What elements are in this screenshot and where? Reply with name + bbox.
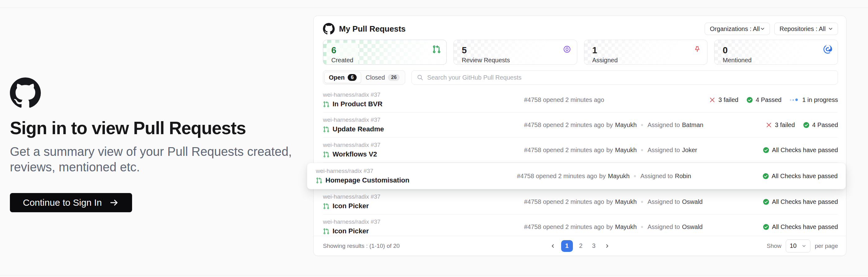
pr-row[interactable]: wei-harness/radix #37 In Product BVR #47… xyxy=(323,87,838,112)
pr-title: Update Readme xyxy=(333,125,384,133)
pr-list: wei-harness/radix #37 In Product BVR #47… xyxy=(314,87,846,239)
pull-request-icon xyxy=(323,101,330,108)
page-button-2[interactable]: 2 xyxy=(576,241,586,252)
page-button-3[interactable]: 3 xyxy=(589,241,599,252)
per-page-control: Show 10 per page xyxy=(767,240,838,252)
pr-checks: All Checks have passed xyxy=(763,198,838,205)
top-hairline xyxy=(0,7,868,8)
pr-repo-label: wei-harness/radix #37 xyxy=(316,168,517,174)
page-button-1[interactable]: 1 xyxy=(561,240,573,252)
pr-opened-text: #4758 opened 2 minutes ago xyxy=(524,223,604,230)
pr-summary: wei-harness/radix #37 In Product BVR xyxy=(323,91,524,108)
pr-assignee: Oswald xyxy=(682,223,703,230)
pr-by-label: by xyxy=(606,146,613,154)
meta-dot xyxy=(641,201,643,203)
tab-open[interactable]: Open 6 xyxy=(324,72,361,83)
github-logo-icon xyxy=(323,23,335,35)
pr-title: Icon Picker xyxy=(333,202,369,210)
pr-row[interactable]: wei-harness/radix #37 Update Readme #475… xyxy=(323,112,838,138)
pagination: 1 2 3 xyxy=(548,240,613,252)
created-label: Created xyxy=(331,57,353,64)
pr-checks: 3 failed4 Passed xyxy=(766,121,838,129)
stat-card-created[interactable]: 6 Created xyxy=(323,40,447,65)
show-label: Show xyxy=(767,243,781,249)
pr-row[interactable]: wei-harness/radix #37 Workflows V2 #4758… xyxy=(323,138,838,163)
review-requests-count: 5 xyxy=(462,45,510,55)
pr-author: Mayukh xyxy=(615,121,637,129)
pr-title: Homepage Customisation xyxy=(326,176,409,184)
closed-count-badge: 26 xyxy=(388,74,400,81)
pr-assignee: Robin xyxy=(675,173,691,180)
arrow-right-icon xyxy=(109,198,119,207)
state-tabs: Open 6 Closed 26 xyxy=(323,70,405,85)
tab-closed[interactable]: Closed 26 xyxy=(362,72,404,83)
pr-by-label: by xyxy=(606,121,613,129)
per-page-select[interactable]: 10 xyxy=(786,240,810,252)
pr-meta: #4758 opened 2 minutes ago by Mayukh Ass… xyxy=(517,173,763,180)
github-logo-icon xyxy=(10,78,41,108)
tab-open-label: Open xyxy=(329,74,345,81)
pr-title: Workflows V2 xyxy=(333,150,377,158)
meta-dot xyxy=(634,175,636,177)
meta-dot xyxy=(641,226,643,228)
check-passed: 4 Passed xyxy=(803,121,838,129)
pr-assigned-label: Assigned to xyxy=(647,223,680,230)
assigned-count: 1 xyxy=(592,45,618,55)
panel-header: My Pull Requests Organizations : All Rep… xyxy=(314,16,846,35)
check-all-passed: All Checks have passed xyxy=(763,173,838,180)
check-all-passed: All Checks have passed xyxy=(763,198,838,205)
pr-repo-label: wei-harness/radix #37 xyxy=(323,116,524,123)
stat-card-mentioned[interactable]: 0 Mentioned xyxy=(714,40,838,65)
signin-section: Sign in to view Pull Requests Get a summ… xyxy=(10,78,319,212)
pr-author: Mayukh xyxy=(615,146,637,154)
panel-footer: Showing results : (1-10) of 20 1 2 3 Sho… xyxy=(314,236,846,256)
stat-card-assigned[interactable]: 1 Assigned xyxy=(584,40,708,65)
pull-request-icon xyxy=(323,151,330,158)
continue-signin-button[interactable]: Continue to Sign In xyxy=(10,193,132,212)
next-page-button[interactable] xyxy=(602,241,613,251)
pull-request-icon xyxy=(432,45,441,54)
per-page-suffix: per page xyxy=(815,243,838,249)
pr-summary: wei-harness/radix #37 Homepage Customisa… xyxy=(316,168,517,184)
continue-signin-label: Continue to Sign In xyxy=(23,197,102,208)
check-in-progress: 1 in progress xyxy=(789,96,838,104)
mentioned-count: 0 xyxy=(723,45,751,55)
pull-request-icon xyxy=(323,126,330,133)
meta-dot xyxy=(641,149,643,151)
check-failed: 3 failed xyxy=(766,121,795,129)
pr-checks: 3 failed4 Passed1 in progress xyxy=(709,96,838,104)
signin-subtitle: Get a summary view of your Pull Requests… xyxy=(10,144,316,175)
pull-requests-panel: My Pull Requests Organizations : All Rep… xyxy=(313,16,846,256)
repositories-filter-dropdown[interactable]: Repositories : All xyxy=(774,23,838,35)
pr-row[interactable]: wei-harness/radix #37 Icon Picker #4758 … xyxy=(323,189,838,214)
pr-summary: wei-harness/radix #37 Workflows V2 xyxy=(323,142,524,158)
pr-assigned-label: Assigned to xyxy=(647,146,680,154)
eye-icon xyxy=(563,45,571,54)
repositories-filter-label: Repositories : All xyxy=(779,25,826,32)
prev-page-button[interactable] xyxy=(548,241,558,251)
check-all-passed: All Checks have passed xyxy=(763,223,838,230)
stat-card-review-requests[interactable]: 5 Review Requests xyxy=(454,40,577,65)
filters: Organizations : All Repositories : All xyxy=(705,23,838,35)
pr-row[interactable]: wei-harness/radix #37 Icon Picker #4758 … xyxy=(323,214,838,239)
search-icon xyxy=(417,74,424,81)
pr-title: Icon Picker xyxy=(333,227,369,235)
open-count-badge: 6 xyxy=(348,74,356,81)
pr-opened-text: #4758 opened 2 minutes ago xyxy=(524,121,604,129)
search-input[interactable] xyxy=(427,74,833,81)
signin-title: Sign in to view Pull Requests xyxy=(10,118,319,138)
pr-summary: wei-harness/radix #37 Update Readme xyxy=(323,116,524,133)
pr-row[interactable]: wei-harness/radix #37 Homepage Customisa… xyxy=(307,163,846,189)
pr-by-label: by xyxy=(599,173,606,180)
organizations-filter-dropdown[interactable]: Organizations : All xyxy=(705,23,770,35)
pr-by-label: by xyxy=(606,198,613,205)
stats-row: 6 Created 5 Review Requests 1 Assigned xyxy=(314,40,846,65)
check-failed: 3 failed xyxy=(709,96,738,104)
pr-summary: wei-harness/radix #37 Icon Picker xyxy=(323,193,524,210)
pr-opened-text: #4758 opened 2 minutes ago xyxy=(524,96,604,104)
pr-title: In Product BVR xyxy=(333,100,382,108)
pr-assignee: Joker xyxy=(682,146,697,154)
chevron-down-icon xyxy=(802,244,806,249)
chevron-down-icon xyxy=(760,26,765,32)
per-page-value: 10 xyxy=(790,242,797,249)
